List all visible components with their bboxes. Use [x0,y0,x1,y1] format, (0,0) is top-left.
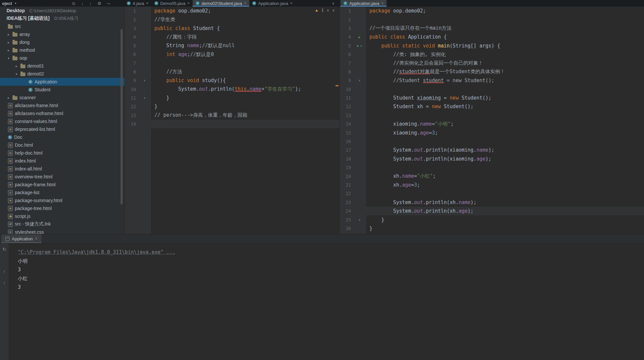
hidden-tabs-chevron-icon[interactable]: ∨ [332,0,335,7]
tree-item-demo02[interactable]: ▾demo02 [0,70,124,78]
fold-open-icon[interactable]: ∨ [144,79,145,82]
editor-line-7[interactable]: 7 [125,59,339,67]
editor-line-16[interactable]: 16 [340,137,644,146]
chevron-expanded-icon[interactable]: ▾ [7,56,11,60]
tree-item-student[interactable]: CStudent [0,86,124,94]
download-icon[interactable]: ↓ [81,1,84,6]
editor-line-25[interactable]: 25∧ } [340,215,644,224]
editor-line-10[interactable]: 10 [340,85,644,94]
editor-line-5[interactable]: 5▶∨ public static void main(String[] arg… [340,42,644,50]
inspections-widget[interactable]: ▲ 1 ∧ ∨ [315,8,335,13]
editor-line-12[interactable]: 12 Student xh = new Student(); [340,102,644,111]
settings-icon[interactable]: ⚙ [97,1,101,6]
tree-item-script-js[interactable]: JSscript.js [0,212,124,220]
project-selector[interactable]: oject ▼ [2,0,17,7]
editor-line-2[interactable]: 2 [340,15,644,24]
run-line-icon[interactable]: ▶ [359,35,361,39]
editor-line-24[interactable]: 24 System.out.println(xh.age); [340,207,644,215]
editor-line-22[interactable]: 22 [340,189,644,198]
fold-open-icon[interactable]: ∨ [359,79,360,82]
editor-line-11[interactable]: 11∧ } [125,94,339,102]
editor-line-23[interactable]: 23 System.out.println(xh.name); [340,198,644,207]
editor-line-14[interactable]: 14 [125,120,339,128]
tree-item-method[interactable]: ▸method [0,46,124,54]
editor-tab-4-java[interactable]: C4.java× [124,0,151,7]
editor-line-3[interactable]: 3//一个项目应该只存在一个main方法 [340,24,644,33]
fold-close-icon[interactable]: ∧ [359,218,360,222]
chevron-collapsed-icon[interactable]: ▸ [7,96,11,100]
close-tab-icon[interactable]: × [146,1,148,6]
locate-icon[interactable]: ⊙ [72,1,75,6]
tree-item-allclasses-frame-html[interactable]: Hallclasses-frame.html [0,102,124,109]
tree-item-deprecated-list-html[interactable]: Hdeprecated-list.html [0,125,124,133]
editor-line-8[interactable]: 8 //方法 [125,68,339,76]
tree-item-doc[interactable]: CDoc [0,133,124,141]
next-warning-icon[interactable]: ∨ [332,8,335,13]
editor-line-12[interactable]: 12} [125,102,339,111]
editor-line-6[interactable]: 6 //类: 抽象的, 实例化 [340,50,644,59]
close-tab-icon[interactable]: × [381,1,384,6]
tree-item-oop[interactable]: ▾oop [0,54,124,62]
tree-item-dong[interactable]: ▸dong [0,38,124,46]
chevron-collapsed-icon[interactable]: ▸ [14,64,18,68]
tree-item-overview-tree-html[interactable]: Hoverview-tree.html [0,173,124,181]
editor-line-13[interactable]: 13// person--->身高，体重，年龄，国籍 [125,111,339,120]
chevron-collapsed-icon[interactable]: ▸ [7,48,11,52]
editor-line-17[interactable]: 17 System.out.println(xiaoming.name); [340,146,644,154]
upload-icon[interactable]: ↑ [89,1,92,6]
editor-line-7[interactable]: 7 //类实例化之后会返回一个自己的对象！ [340,59,644,67]
editor-line-13[interactable]: 13 [340,111,644,120]
tree-item-constant-values-html[interactable]: Hconstant-values.html [0,117,124,125]
editor-tab-demo02-student-java[interactable]: Cdemo02\Student.java× [193,0,249,7]
close-tab-icon[interactable]: × [187,1,190,6]
close-tab-icon[interactable]: × [244,1,246,6]
editor-line-18[interactable]: 18 System.out.println(xiaoming.age); [340,155,644,163]
editor-line-14[interactable]: 14 xiaoming.name="小明"; [340,120,644,128]
editor-line-6[interactable]: 6 int age;//默认是0 [125,50,339,59]
project-scrollbar[interactable] [121,29,123,204]
tree-item-package-list[interactable]: ≡package-list [0,189,124,196]
chevron-collapsed-icon[interactable]: ▸ [7,33,11,36]
run-line-icon[interactable]: ▶ [357,44,359,47]
prev-warning-icon[interactable]: ∧ [327,8,329,13]
tree-item-allclasses-noframe-html[interactable]: Hallclasses-noframe.html [0,109,124,117]
editor-line-4[interactable]: 4▶public class Application { [340,33,644,41]
editor-line-8[interactable]: 8 //student对象就是一个Student类的具体实例！ [340,68,644,76]
tree-item-package-frame-html[interactable]: Hpackage-frame.html [0,181,124,189]
down-stack-icon[interactable]: ↓ [3,280,6,285]
editor-line-20[interactable]: 20 xh.name="小红"; [340,172,644,180]
chevron-collapsed-icon[interactable]: ▸ [7,41,11,44]
minimize-icon[interactable]: ─ [107,1,110,6]
editor-line-15[interactable]: 15 xiaoming.age=3; [340,128,644,137]
fold-open-icon[interactable]: ∨ [360,44,362,47]
tree-item-scanner[interactable]: ▸scanner [0,94,124,102]
editor-line-4[interactable]: 4 //属性：字段 [125,33,339,41]
editor-line-19[interactable]: 19 [340,163,644,172]
editor-line-26[interactable]: 26} [340,224,644,233]
close-console-tab-icon[interactable]: × [35,236,38,241]
tree-item-stylesheet-css[interactable]: Cstylesheet.css [0,228,124,234]
rerun-icon[interactable]: ↻ [2,247,6,252]
tree-item-idea[interactable]: IDEA练习 [基础语法]D:\IDEA练习 [0,15,124,22]
close-tab-icon[interactable]: × [290,1,292,6]
tree-item-package-tree-html[interactable]: Hpackage-tree.html [0,204,124,212]
editor-tab-application-java[interactable]: CApplication.java× [249,0,295,7]
editor-line-1[interactable]: 1package oop.demo02; [340,7,644,15]
tree-item-demo01[interactable]: ▸demo01 [0,62,124,70]
console-tab-application[interactable]: Application × [1,234,41,243]
editor-line-1[interactable]: 1package oop.demo02; [125,7,339,15]
error-stripe-mark[interactable] [335,85,338,86]
editor-line-21[interactable]: 21 xh.age=3; [340,181,644,189]
editor-line-9[interactable]: 9∨ //Student student = new Student(); [340,76,644,85]
editor-line-2[interactable]: 2//学生类 [125,15,339,24]
editor-line-3[interactable]: 3public class Student { [125,24,339,33]
fold-close-icon[interactable]: ∧ [144,96,145,100]
editor-line-10[interactable]: 10 System.out.println(this.name+"学生在学习")… [125,85,339,94]
tree-item-index-html[interactable]: Hindex.html [0,157,124,165]
editor-line-11[interactable]: 11 Student xiaoming = new Student(); [340,94,644,102]
tree-item-doc-html[interactable]: HDoc.html [0,141,124,149]
tree-item-package-summary-html[interactable]: Hpackage-summary.html [0,196,124,204]
tree-item-index-all-html[interactable]: Hindex-all.html [0,165,124,173]
editor-tab-demo05-java[interactable]: CDemo05.java× [151,0,193,7]
editor-line-9[interactable]: 9∨ public void study(){ [125,76,339,85]
